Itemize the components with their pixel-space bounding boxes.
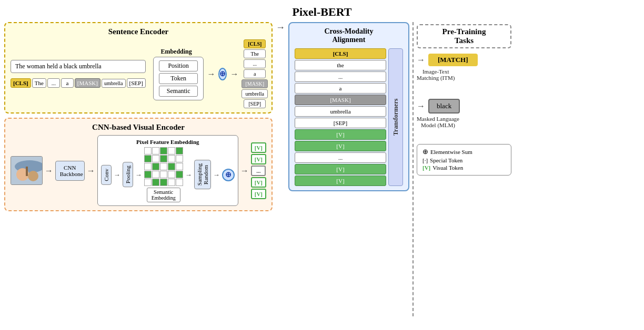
token-the: The	[32, 78, 46, 88]
semantic-emb-label: SemanticEmbedding	[147, 188, 180, 202]
pixel-grid	[144, 147, 183, 186]
transformers-bar: Transformers	[388, 48, 403, 186]
cm-sep: [SEP]	[295, 118, 386, 128]
v-token-3: [V]	[251, 177, 266, 188]
embedding-title: Embedding	[160, 48, 192, 56]
left-panel: Sentence Encoder The woman held a black …	[4, 22, 273, 211]
token-row: [CLS] The ... a [MASK] umbrella [SEP]	[11, 78, 146, 88]
pooling-label: Pooling	[123, 162, 133, 187]
token-cls: [CLS]	[11, 78, 31, 88]
embed-token: Token	[159, 73, 198, 84]
main-title: Pixel-BERT	[0, 0, 644, 22]
legend-elementwise-text: Elementwise Sum	[430, 149, 472, 155]
cm-v3: [V]	[295, 164, 386, 174]
legend-visual-text: Visual Token	[432, 164, 463, 171]
sentence-output-col: [CLS] The ... a [MASK] umbrella [SEP]	[242, 39, 268, 108]
cm-a: a	[295, 83, 386, 94]
match-label: [MATCH]	[428, 54, 478, 66]
arrow-embed: →	[207, 69, 215, 79]
out-sep: [SEP]	[244, 99, 266, 108]
out-ellipsis: ...	[244, 59, 266, 68]
circle-plus-sentence: ⊕	[218, 68, 227, 80]
cm-ellipsis1: ...	[295, 71, 386, 82]
token-sep: [SEP]	[127, 78, 146, 88]
cm-v2: [V]	[295, 141, 386, 151]
arrow-to-match: →	[417, 55, 425, 65]
mlm-task-row: → black Masked Language Model (MLM)	[417, 99, 511, 128]
arrow-grid-rs: →	[185, 171, 192, 179]
out-umbrella: umbrella	[242, 89, 268, 98]
itm-desc: Image-Text Matching (ITM)	[417, 68, 455, 81]
v-token-1: [V]	[251, 142, 266, 153]
cm-v4: [V]	[295, 176, 386, 186]
visual-token-legend: [V]	[422, 164, 430, 171]
cm-umbrella: umbrella	[295, 106, 386, 117]
cm-token-col: [CLS] the ... a [MASK] umbrella [SEP] [V…	[295, 48, 386, 186]
svg-point-3	[28, 171, 38, 181]
sentence-encoder-title: Sentence Encoder	[11, 27, 266, 36]
arrow-conv-pool: →	[114, 171, 120, 179]
legend-special-token: [·] Special Token	[422, 157, 506, 163]
arrow-pfe-vtok: →	[240, 166, 249, 176]
cm-v1: [V]	[295, 129, 386, 140]
cm-cls: [CLS]	[295, 48, 386, 59]
svg-rect-4	[26, 167, 28, 176]
arrow-rs-plus: →	[213, 171, 220, 179]
cm-mask: [MASK]	[295, 95, 386, 105]
cnn-backbone-box: CNN Backbone	[55, 161, 85, 181]
circle-plus-legend: ⊕	[422, 148, 428, 156]
arrow-to-cross: →	[276, 22, 285, 33]
cm-the: the	[295, 60, 386, 70]
arrow-img-cnn: →	[45, 166, 53, 176]
v-token-ellipsis: ...	[251, 166, 266, 176]
cnn-backbone-label: CNN	[60, 164, 80, 171]
out-a: a	[244, 69, 266, 78]
cm-ellipsis2: ...	[295, 152, 386, 163]
pixel-feat-box: Pixel Feature Embedding Conv → Pooling →	[97, 135, 238, 206]
input-image	[11, 156, 43, 185]
legend-elementwise: ⊕ Elementwise Sum	[422, 148, 506, 156]
random-sampling-label: RandomSampling	[194, 160, 211, 189]
embedding-box: Position Token Semantic	[153, 57, 204, 100]
arrow-out: →	[230, 69, 238, 79]
arrow-pool-grid: →	[135, 171, 142, 179]
cnn-encoder: CNN-based Visual Encoder →	[4, 118, 273, 211]
itm-task-row: → [MATCH] Image-Text Matching (ITM)	[417, 54, 511, 81]
embed-semantic: Semantic	[159, 86, 198, 97]
input-text-box: The woman held a black umbrella	[11, 60, 146, 73]
v-token-2: [V]	[251, 154, 266, 164]
token-ellipsis: ...	[47, 78, 60, 88]
mlm-desc: Masked Language Model (MLM)	[417, 116, 459, 128]
token-mask: [MASK]	[75, 78, 100, 88]
v-token-4: [V]	[251, 189, 266, 199]
visual-output-col: [V] [V] ... [V] [V]	[251, 142, 266, 199]
arrow-to-black: →	[417, 101, 425, 111]
circle-plus-visual: ⊕	[222, 169, 235, 181]
token-umbrella: umbrella	[102, 79, 126, 88]
embed-position: Position	[159, 60, 198, 71]
out-cls: [CLS]	[244, 39, 266, 48]
pixel-feat-title: Pixel Feature Embedding	[136, 139, 199, 145]
page-container: Pixel-BERT Sentence Encoder The woman he…	[0, 0, 644, 318]
legend-box: ⊕ Elementwise Sum [·] Special Token [V] …	[417, 144, 511, 176]
pretrain-panel: Pre-TrainingTasks → [MATCH] Image-Text M…	[417, 22, 511, 178]
cnn-backbone-label2: Backbone	[60, 171, 80, 177]
cross-modality: Cross-ModalityAlignment [CLS] the ... a …	[288, 22, 409, 191]
cross-modality-title: Cross-ModalityAlignment	[324, 27, 373, 44]
dashed-divider	[412, 22, 414, 316]
mlm-output: black	[428, 99, 460, 114]
conv-label: Conv	[101, 165, 112, 185]
token-a: a	[61, 78, 74, 88]
out-the: The	[244, 49, 266, 58]
cnn-encoder-title: CNN-based Visual Encoder	[11, 123, 266, 132]
legend-special-text: Special Token	[430, 157, 462, 163]
pretrain-title: Pre-TrainingTasks	[417, 24, 511, 48]
legend-visual-token: [V] Visual Token	[422, 164, 506, 171]
sentence-encoder: Sentence Encoder The woman held a black …	[4, 22, 273, 114]
arrow-cnn-pfe: →	[87, 166, 95, 176]
special-token-legend: [·]	[422, 157, 428, 163]
out-mask: [MASK]	[242, 79, 268, 88]
